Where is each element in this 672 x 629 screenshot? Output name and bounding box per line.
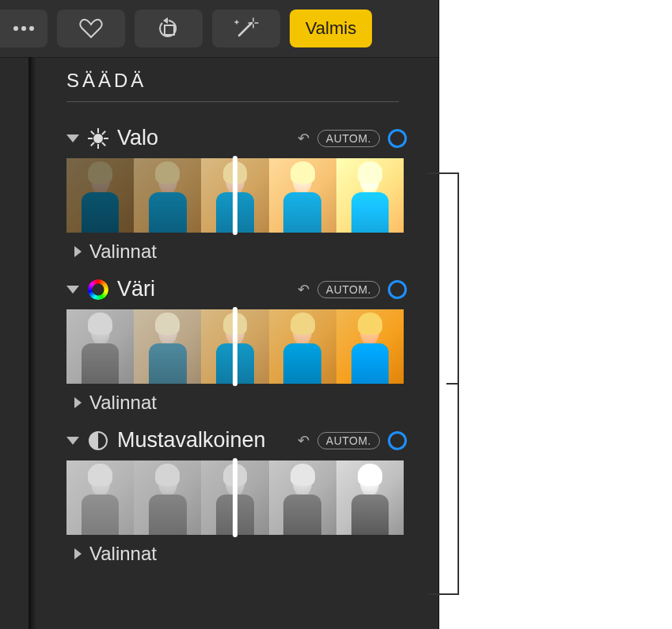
svg-point-2	[29, 26, 34, 31]
undo-button[interactable]: ↶	[298, 281, 309, 298]
adjust-content: SÄÄDÄ	[35, 57, 439, 629]
undo-button[interactable]: ↶	[298, 432, 309, 449]
svg-line-5	[239, 23, 252, 36]
light-slider[interactable]	[66, 158, 404, 233]
auto-button[interactable]: AUTOM.	[317, 130, 380, 147]
section-light: Valo ↶ AUTOM. Valinnat	[66, 126, 407, 263]
slider-handle[interactable]	[233, 307, 237, 386]
more-button[interactable]	[0, 9, 47, 47]
chevron-down-icon	[66, 135, 79, 142]
section-title: Valo	[117, 126, 158, 150]
bw-slider[interactable]	[66, 460, 404, 535]
panel-heading: SÄÄDÄ	[66, 70, 407, 92]
color-icon	[87, 279, 109, 301]
light-icon	[87, 127, 109, 150]
svg-rect-4	[165, 25, 174, 35]
status-ring-icon	[388, 431, 407, 450]
chevron-down-icon	[66, 437, 79, 445]
callout-bracket	[427, 172, 459, 595]
toolbar: Valmis	[0, 0, 439, 58]
wand-icon	[233, 17, 260, 40]
auto-button[interactable]: AUTOM.	[317, 281, 380, 298]
chevron-right-icon	[74, 548, 82, 559]
options-toggle-bw[interactable]: Valinnat	[74, 543, 407, 565]
chevron-right-icon	[74, 246, 82, 257]
status-ring-icon	[388, 129, 407, 148]
heart-icon	[79, 18, 103, 39]
section-bw: Mustavalkoinen ↶ AUTOM. Valinnat	[66, 428, 407, 565]
done-button[interactable]: Valmis	[290, 9, 372, 47]
chevron-down-icon	[66, 286, 79, 294]
rotate-button[interactable]	[135, 9, 203, 47]
status-ring-icon	[388, 280, 407, 299]
section-title: Väri	[117, 277, 155, 301]
section-color: Väri ↶ AUTOM. Valinnat	[66, 277, 407, 414]
options-toggle-light[interactable]: Valinnat	[74, 241, 407, 263]
adjust-panel: Valmis SÄÄDÄ	[0, 0, 439, 629]
rotate-icon	[157, 17, 180, 40]
options-toggle-color[interactable]: Valinnat	[74, 392, 407, 414]
section-header-light[interactable]: Valo ↶ AUTOM.	[66, 126, 407, 150]
section-title: Mustavalkoinen	[117, 428, 266, 453]
chevron-right-icon	[74, 397, 82, 408]
section-header-bw[interactable]: Mustavalkoinen ↶ AUTOM.	[66, 428, 407, 453]
undo-button[interactable]: ↶	[298, 130, 309, 147]
bw-icon	[87, 430, 109, 452]
color-slider[interactable]	[66, 309, 404, 384]
svg-marker-3	[163, 17, 168, 24]
options-label: Valinnat	[89, 392, 157, 414]
options-label: Valinnat	[89, 543, 157, 565]
auto-button[interactable]: AUTOM.	[317, 432, 380, 449]
auto-enhance-button[interactable]	[212, 9, 280, 47]
ellipsis-icon	[13, 25, 35, 32]
section-header-color[interactable]: Väri ↶ AUTOM.	[66, 277, 407, 301]
svg-point-0	[13, 26, 18, 31]
options-label: Valinnat	[89, 241, 157, 263]
slider-handle[interactable]	[233, 156, 237, 235]
slider-handle[interactable]	[233, 458, 237, 537]
svg-point-1	[21, 26, 26, 31]
favorite-button[interactable]	[57, 9, 125, 47]
done-label: Valmis	[306, 18, 356, 39]
divider	[66, 101, 399, 102]
